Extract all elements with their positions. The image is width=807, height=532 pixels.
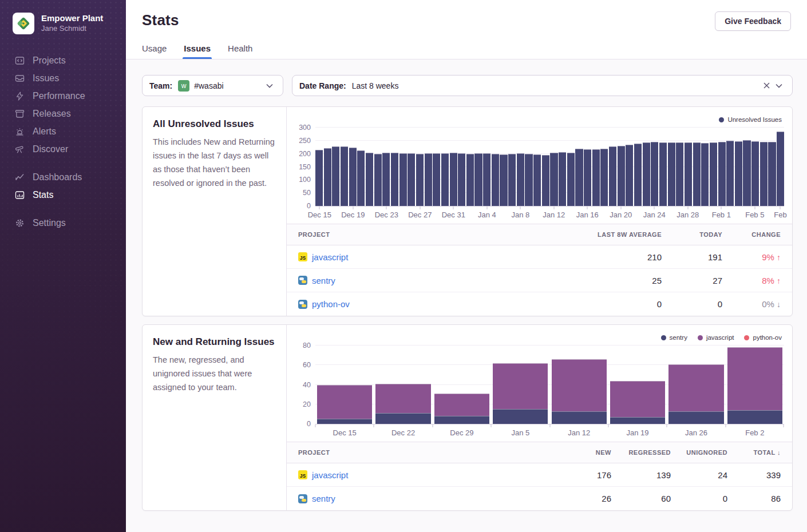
org-profile[interactable]: Empower Plant Jane Schmidt [0,0,126,34]
avg-value: 25 [559,276,662,285]
org-logo-icon [13,13,34,34]
project-link[interactable]: javascript [312,252,348,262]
chart-bar [710,142,717,206]
column-header-unignored[interactable]: Unignored [671,449,727,456]
legend-javascript[interactable]: javascript [698,334,734,341]
chart-bar [374,154,382,206]
column-header-avg[interactable]: Last 8w Average [559,231,662,238]
new-value: 26 [547,494,611,503]
python-icon [298,276,307,285]
chart-bar [433,153,440,206]
project-link[interactable]: javascript [312,470,348,480]
chart-bar [651,142,658,206]
column-header-project[interactable]: Project [298,449,547,456]
sidebar-item-releases[interactable]: Releases [0,105,126,122]
date-range-select[interactable]: Date Range: Last 8 weeks [292,75,793,96]
change-value: 0% ↓ [722,299,781,309]
sidebar-item-discover[interactable]: Discover [0,140,126,158]
column-header-change[interactable]: Change [722,231,781,238]
chart-bar [567,153,575,206]
chart-bar [508,154,516,206]
panel-description: This includes New and Returning issues i… [153,136,276,190]
chart-segment [434,394,489,416]
panel-description: The new, regressed, and unignored issues… [153,354,276,395]
chart-segment [668,411,723,424]
chart-segment [610,381,665,417]
sidebar-item-dashboards[interactable]: Dashboards [0,168,126,186]
issues-icon [14,73,25,83]
sidebar-item-label: Dashboards [33,172,82,182]
chart-bar [399,153,407,206]
sidebar-item-stats[interactable]: Stats [0,186,126,204]
tab-health[interactable]: Health [228,43,252,59]
today-value: 0 [662,299,722,309]
panel-title: All Unresolved Issues [153,118,276,130]
sidebar-item-label: Releases [33,109,71,119]
chart-bar [726,141,734,206]
new-returning-table: Project New Regressed Unignored Total ↓ … [287,442,792,510]
chart-bar [458,153,465,206]
sidebar-item-alerts[interactable]: Alerts [0,122,126,140]
tab-usage[interactable]: Usage [142,43,167,59]
chart-bar [584,149,591,206]
sidebar-item-issues[interactable]: Issues [0,69,126,87]
legend-python-ov[interactable]: python-ov [744,334,782,341]
legend-sentry[interactable]: sentry [661,334,687,341]
chart-segment [493,409,548,424]
chart-bar [550,153,557,206]
chart-segment [727,410,782,424]
org-name: Empower Plant [41,13,103,24]
sort-descending-icon: ↓ [777,449,781,456]
telescope-icon [14,144,25,154]
chevron-down-icon[interactable] [773,84,785,88]
chevron-down-icon[interactable] [263,84,276,88]
chart-bar [408,153,415,206]
chart-bar [425,153,432,206]
team-value: #wasabi [194,81,223,90]
today-value: 27 [662,276,722,285]
chart-bar [366,153,373,206]
chart-bar [718,142,726,206]
bar-chart-icon [14,190,25,200]
column-header-today[interactable]: Today [662,231,722,238]
chart-bar [500,154,507,206]
team-select[interactable]: Team: w #wasabi [142,75,283,96]
new-returning-chart: sentry javascript python-ov [287,325,792,439]
today-value: 191 [662,252,722,262]
project-link[interactable]: python-ov [312,299,350,309]
table-row: JS javascript 210 191 9% ↑ [287,245,792,269]
avg-value: 0 [559,299,662,309]
stacked-chart-xaxis: Dec 15Dec 22Dec 29Jan 5Jan 12Jan 19Jan 2… [315,424,784,439]
stacked-chart-plot: 020406080 [315,346,784,424]
chart-segment [610,417,665,424]
column-header-project[interactable]: Project [298,231,559,238]
project-link[interactable]: sentry [312,276,335,285]
chart-bar [676,142,683,206]
project-link[interactable]: sentry [312,494,335,503]
chart-bar [517,153,524,206]
give-feedback-button[interactable]: Give Feedback [715,11,791,31]
sidebar-item-label: Stats [33,190,53,200]
sidebar: Empower Plant Jane Schmidt Projects Issu… [0,0,126,532]
column-header-total[interactable]: Total ↓ [727,449,781,456]
chart-bar [575,149,583,206]
tab-issues[interactable]: Issues [184,43,211,59]
column-header-regressed[interactable]: Regressed [611,449,671,456]
total-value: 339 [727,470,781,480]
panel-title: New and Returning Issues [153,336,276,348]
line-chart-icon [14,172,25,182]
unignored-value: 0 [671,494,727,503]
chart-bar [592,149,600,206]
chart-bar [357,150,365,206]
clear-icon[interactable] [761,82,773,89]
python-icon [298,300,307,309]
chart-bar [634,144,642,206]
chart-segment [434,416,489,424]
sidebar-item-settings[interactable]: Settings [0,214,126,232]
archive-icon [14,109,25,118]
column-header-new[interactable]: New [547,449,611,456]
sidebar-item-projects[interactable]: Projects [0,51,126,69]
legend-unresolved-issues[interactable]: Unresolved Issues [719,116,782,123]
sidebar-item-performance[interactable]: Performance [0,87,126,105]
chart-bar [492,154,499,206]
